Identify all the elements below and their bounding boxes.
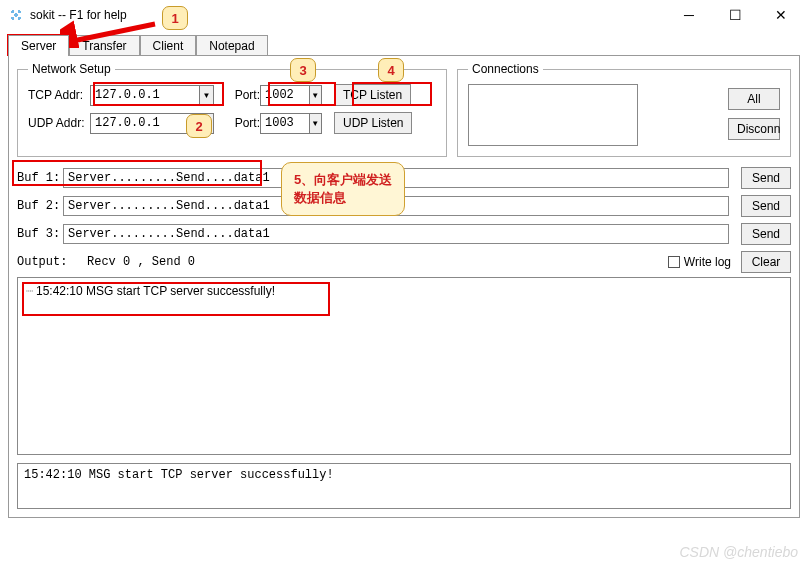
buf1-label: Buf 1:	[17, 171, 63, 185]
network-setup-group: Network Setup TCP Addr: ▼ Port: ▼ TCP Li…	[17, 62, 447, 157]
status-output[interactable]: 15:42:10 MSG start TCP server successful…	[17, 463, 791, 509]
send2-button[interactable]: Send	[741, 195, 791, 217]
buf2-label: Buf 2:	[17, 199, 63, 213]
udp-addr-combo[interactable]: ▼	[90, 113, 214, 134]
send3-button[interactable]: Send	[741, 223, 791, 245]
buf1-input[interactable]	[63, 168, 729, 188]
window-title: sokit -- F1 for help	[30, 8, 666, 22]
tab-notepad[interactable]: Notepad	[196, 35, 267, 56]
status-line: 15:42:10 MSG start TCP server successful…	[24, 468, 334, 482]
chevron-down-icon[interactable]: ▼	[199, 86, 213, 105]
app-icon	[8, 7, 24, 23]
log-line: ┈ 15:42:10 MSG start TCP server successf…	[26, 284, 782, 298]
close-button[interactable]: ✕	[758, 1, 804, 29]
writelog-checkbox[interactable]: Write log	[668, 255, 731, 269]
maximize-button[interactable]: ☐	[712, 1, 758, 29]
chevron-down-icon[interactable]: ▼	[309, 114, 321, 133]
watermark: CSDN @chentiebo	[680, 544, 799, 560]
tcp-addr-label: TCP Addr:	[28, 88, 90, 102]
connections-list[interactable]	[468, 84, 638, 146]
udp-addr-input[interactable]	[91, 116, 199, 130]
tree-branch-icon: ┈	[26, 284, 32, 298]
tcp-port-input[interactable]	[261, 88, 309, 102]
output-label: Output:	[17, 255, 87, 269]
tab-transfer[interactable]: Transfer	[69, 35, 139, 56]
buf3-input[interactable]	[63, 224, 729, 244]
udp-addr-label: UDP Addr:	[28, 116, 90, 130]
all-button[interactable]: All	[728, 88, 780, 110]
tcp-port-combo[interactable]: ▼	[260, 85, 322, 106]
buf3-label: Buf 3:	[17, 227, 63, 241]
udp-listen-button[interactable]: UDP Listen	[334, 112, 412, 134]
connections-group: Connections All Disconn	[457, 62, 791, 157]
log-output[interactable]: ┈ 15:42:10 MSG start TCP server successf…	[17, 277, 791, 455]
chevron-down-icon[interactable]: ▼	[309, 86, 321, 105]
buf2-input[interactable]	[63, 196, 729, 216]
tab-content: Network Setup TCP Addr: ▼ Port: ▼ TCP Li…	[8, 55, 800, 518]
disconnect-button[interactable]: Disconn	[728, 118, 780, 140]
udp-port-combo[interactable]: ▼	[260, 113, 322, 134]
checkbox-icon	[668, 256, 680, 268]
tcp-port-label: Port:	[220, 88, 260, 102]
tcp-addr-input[interactable]	[91, 88, 199, 102]
chevron-down-icon[interactable]: ▼	[199, 114, 213, 133]
tab-client[interactable]: Client	[140, 35, 197, 56]
connections-legend: Connections	[468, 62, 543, 76]
udp-port-input[interactable]	[261, 116, 309, 130]
minimize-button[interactable]: ─	[666, 1, 712, 29]
tcp-addr-combo[interactable]: ▼	[90, 85, 214, 106]
send1-button[interactable]: Send	[741, 167, 791, 189]
writelog-label: Write log	[684, 255, 731, 269]
network-legend: Network Setup	[28, 62, 115, 76]
clear-button[interactable]: Clear	[741, 251, 791, 273]
tcp-listen-button[interactable]: TCP Listen	[334, 84, 411, 106]
output-stats: Recv 0 , Send 0	[87, 255, 195, 269]
udp-port-label: Port:	[220, 116, 260, 130]
tab-server[interactable]: Server	[8, 35, 69, 56]
